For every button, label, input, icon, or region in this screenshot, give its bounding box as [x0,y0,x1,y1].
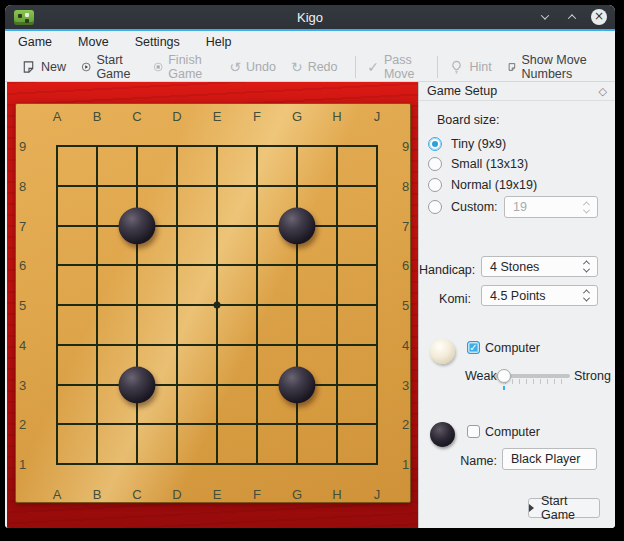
spinbox-arrows-icon [584,201,597,214]
undo-button: ↺ Undo [229,60,276,74]
new-document-icon [21,59,36,75]
row-label-right: 5 [402,298,409,313]
menu-settings[interactable]: Settings [135,35,180,49]
toolbar-separator [355,56,356,78]
komi-spinbox[interactable]: 4.5 Points [481,285,598,306]
column-label-top: J [374,109,381,124]
black-player-name-input[interactable]: Black Player [502,448,597,470]
lightbulb-icon [449,59,464,75]
strong-label: Strong [574,369,611,383]
panel-header[interactable]: Game Setup ◇ [419,82,615,101]
go-stone-black [279,366,316,403]
star-point [214,302,221,309]
panel-title: Game Setup [427,84,599,98]
white-computer-label: Computer [485,341,540,355]
radio-normal-19x19[interactable]: Normal (19x19) [428,177,537,193]
start-game-button[interactable]: Start Game [528,498,600,518]
play-circle-icon [81,59,91,75]
spinbox-arrows-icon[interactable] [584,260,597,273]
go-board[interactable]: AABBCCDDEEFFGGHHJJ998877665544332211 [15,103,411,503]
column-label-bottom: F [253,487,261,502]
radio-tiny-9x9[interactable]: Tiny (9x9) [428,136,506,152]
row-label-left: 5 [19,298,26,313]
start-game-toolbar-button[interactable]: Start Game [81,53,138,81]
column-label-top: A [53,109,62,124]
column-label-top: G [292,109,302,124]
spinbox-arrows-icon[interactable] [584,289,597,302]
column-label-top: C [132,109,141,124]
row-label-right: 3 [402,377,409,392]
radio-icon [428,137,442,151]
board-size-label: Board size: [437,113,500,127]
close-button[interactable]: × [591,9,607,25]
game-setup-panel: Game Setup ◇ Board size: Tiny (9x9) Smal… [418,82,615,528]
row-label-left: 4 [19,337,26,352]
row-label-left: 8 [19,178,26,193]
radio-icon [428,157,442,171]
maximize-button[interactable] [564,9,580,25]
close-icon: × [591,9,607,25]
column-label-top: B [93,109,102,124]
toolbar: New Start Game Finish Game ↺ Undo ↻ Redo… [5,52,615,82]
minimize-button[interactable] [537,9,553,25]
radio-custom[interactable]: Custom: [428,199,498,215]
weak-label: Weak [465,369,497,383]
column-label-bottom: J [374,487,381,502]
show-move-numbers-button[interactable]: Show Move Numbers [507,53,600,81]
radio-icon [428,200,442,214]
name-label: Name: [445,454,497,468]
chevron-up-icon [568,14,576,22]
radio-small-13x13[interactable]: Small (13x13) [428,156,528,172]
finish-game-button: Finish Game [153,53,214,81]
komi-label: Komi: [419,292,471,306]
window-title: Kigo [5,10,615,25]
menu-move[interactable]: Move [78,35,109,49]
strength-slider[interactable] [495,368,570,384]
row-label-left: 9 [19,139,26,154]
redo-button: ↻ Redo [291,60,338,74]
undo-arrow-icon: ↺ [229,60,241,74]
redo-arrow-icon: ↻ [291,60,303,74]
checkmark-icon: ✓ [367,60,379,74]
toolbar-separator [437,56,438,78]
menubar: Game Move Settings Help [5,31,615,52]
chevron-down-icon [541,11,549,19]
column-label-bottom: H [332,487,341,502]
slider-ticks [505,379,568,384]
column-label-bottom: A [53,487,62,502]
go-stone-black [279,207,316,244]
row-label-left: 3 [19,377,26,392]
row-label-left: 7 [19,218,26,233]
handicap-spinbox[interactable]: 4 Stones [481,256,598,277]
white-computer-checkbox[interactable]: ✓ [467,341,480,354]
float-panel-icon[interactable]: ◇ [599,85,607,98]
row-label-right: 6 [402,258,409,273]
pass-move-button: ✓ Pass Move [367,53,420,81]
row-label-left: 2 [19,417,26,432]
menu-game[interactable]: Game [18,35,52,49]
black-computer-label: Computer [485,425,540,439]
menu-help[interactable]: Help [206,35,232,49]
play-triangle-icon [529,504,534,512]
black-computer-checkbox[interactable] [467,425,480,438]
custom-size-spinbox: 19 [504,196,598,218]
row-label-right: 8 [402,178,409,193]
document-icon [507,59,517,75]
row-label-right: 7 [402,218,409,233]
kigo-window: Kigo × Game Move Settings Help New Start… [5,5,615,528]
column-label-bottom: E [213,487,222,502]
column-label-top: E [213,109,222,124]
new-button[interactable]: New [21,59,66,75]
column-label-top: H [332,109,341,124]
column-label-bottom: G [292,487,302,502]
go-stone-black [119,207,156,244]
titlebar[interactable]: Kigo × [5,5,615,31]
row-label-right: 2 [402,417,409,432]
black-stone-image [430,422,455,447]
column-label-bottom: B [93,487,102,502]
radio-icon [428,178,442,192]
white-stone-image [430,339,455,364]
stop-circle-icon [153,59,163,75]
handicap-label: Handicap: [419,263,471,277]
row-label-right: 4 [402,337,409,352]
